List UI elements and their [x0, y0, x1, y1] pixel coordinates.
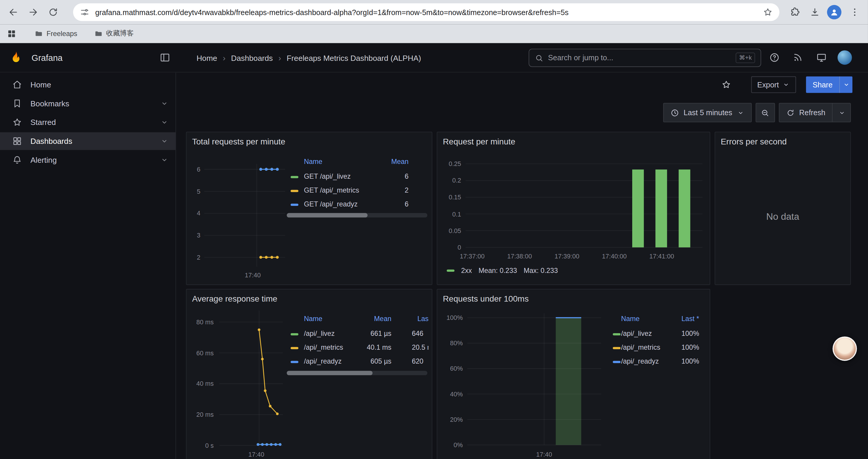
bookmark-star-icon[interactable]	[763, 7, 773, 17]
bell-icon	[12, 155, 22, 165]
panel-title[interactable]: Errors per second	[721, 137, 787, 146]
extensions-button[interactable]	[787, 4, 802, 20]
back-button[interactable]	[6, 4, 21, 20]
legend-swatch[interactable]	[291, 176, 299, 178]
legend-max: Max: 0.233	[524, 267, 558, 274]
share-menu-button[interactable]	[839, 76, 852, 93]
y-axis-label: 60%	[437, 365, 463, 372]
legend-value: 6	[331, 200, 408, 209]
legend-value: 100%	[622, 329, 699, 339]
zoom-out-icon	[761, 108, 770, 117]
legend-swatch[interactable]	[291, 204, 299, 206]
y-axis-label: 2	[186, 254, 200, 261]
x-axis-label: 17:40:00	[595, 252, 634, 260]
legend-swatch[interactable]	[291, 361, 299, 363]
browser-toolbar: grafana.mathmast.com/d/deytv4rwavabkb/fr…	[0, 0, 868, 24]
time-range-picker[interactable]: Last 5 minutes	[663, 103, 752, 123]
sidebar-item-label: Home	[30, 80, 169, 89]
favorite-star-icon[interactable]	[721, 80, 731, 90]
help-icon[interactable]	[769, 52, 780, 63]
panel-title[interactable]: Average response time	[192, 294, 277, 303]
search-input[interactable]	[548, 54, 731, 62]
export-button[interactable]: Export	[751, 76, 796, 93]
legend-swatch[interactable]	[291, 347, 299, 349]
legend-value: 661 µs	[314, 329, 391, 339]
bookmarks-bar: Freeleaps收藏博客	[0, 24, 868, 43]
star-icon	[12, 117, 22, 127]
breadcrumb-item[interactable]: Freeleaps Metrics Dashboard (ALPHA)	[286, 54, 421, 62]
legend-scrollbar-thumb[interactable]	[287, 371, 373, 375]
sidebar-item-alerting[interactable]: Alerting	[0, 151, 176, 169]
chevron-down-icon[interactable]	[160, 156, 169, 165]
y-axis-label: 4	[186, 209, 200, 217]
legend-header[interactable]: Mean	[314, 314, 391, 324]
url-bar[interactable]: grafana.mathmast.com/d/deytv4rwavabkb/fr…	[73, 3, 779, 21]
bookmark-item[interactable]: Freeleaps	[34, 29, 77, 38]
grafana-logo[interactable]	[9, 51, 23, 65]
sidebar-item-label: Dashboards	[30, 137, 152, 145]
downloads-button[interactable]	[807, 4, 823, 20]
panel-legend[interactable]: 2xx Mean: 0.233 Max: 0.233	[447, 267, 558, 274]
kiosk-monitor-icon[interactable]	[816, 52, 827, 63]
forward-button[interactable]	[25, 4, 41, 20]
share-button[interactable]: Share	[806, 76, 852, 93]
legend-series-name[interactable]: 2xx	[461, 267, 472, 274]
sidebar-item-home[interactable]: Home	[0, 76, 176, 94]
refresh-icon	[786, 108, 795, 117]
panel-title[interactable]: Request per minute	[443, 137, 515, 146]
legend-value: 100%	[622, 343, 699, 353]
y-axis-label: 0 s	[186, 441, 214, 449]
chevron-down-icon[interactable]	[160, 99, 169, 108]
chevron-down-icon[interactable]	[838, 109, 846, 117]
zoom-out-button[interactable]	[755, 103, 775, 123]
apps-icon	[12, 136, 22, 146]
site-settings-icon[interactable]	[80, 7, 90, 17]
share-label[interactable]: Share	[806, 76, 839, 93]
legend-swatch[interactable]	[613, 361, 620, 363]
legend-value: 646	[412, 329, 428, 339]
sidebar-item-dashboards[interactable]: Dashboards	[0, 132, 176, 150]
legend-swatch[interactable]	[291, 190, 299, 192]
legend-swatch[interactable]	[613, 333, 620, 335]
folder-icon	[34, 29, 43, 38]
chevron-down-icon[interactable]	[160, 137, 169, 145]
url-text[interactable]: grafana.mathmast.com/d/deytv4rwavabkb/fr…	[95, 8, 757, 16]
panel-title[interactable]: Requests under 100ms	[443, 294, 529, 303]
sidebar-item-starred[interactable]: Starred	[0, 113, 176, 131]
legend-swatch[interactable]	[613, 347, 620, 349]
browser-profile-avatar[interactable]	[827, 5, 841, 20]
breadcrumb-separator: ›	[223, 53, 225, 63]
breadcrumb-item[interactable]: Home	[196, 54, 217, 62]
sidebar-toggle-icon[interactable]	[159, 52, 170, 63]
sidebar-nav: HomeBookmarksStarredDashboardsAlerting	[0, 76, 176, 169]
legend-header[interactable]: Las	[417, 314, 429, 324]
panel-title[interactable]: Total requests per minute	[192, 137, 285, 146]
reload-button[interactable]	[45, 4, 61, 20]
floating-avatar[interactable]	[833, 336, 857, 361]
legend-scrollbar[interactable]	[287, 371, 428, 375]
legend-header[interactable]: Name	[304, 157, 322, 167]
legend-swatch[interactable]	[291, 333, 299, 335]
bookmark-item[interactable]: 收藏博客	[94, 29, 134, 38]
legend-value: 40.1 ms	[314, 343, 391, 353]
sidebar-item-bookmarks[interactable]: Bookmarks	[0, 95, 176, 112]
breadcrumb-item[interactable]: Dashboards	[231, 54, 273, 62]
legend-scrollbar-thumb[interactable]	[287, 213, 368, 218]
chevron-down-icon[interactable]	[160, 118, 169, 127]
legend-value: 6	[331, 172, 408, 182]
legend-value: 20.5 m	[412, 343, 428, 353]
x-axis-label: 17:40	[231, 271, 275, 279]
x-axis-label: 17:37:00	[453, 252, 492, 260]
legend-header[interactable]: Last *	[622, 314, 699, 324]
sidebar-item-label: Alerting	[30, 156, 152, 165]
refresh-button[interactable]: Refresh	[779, 103, 851, 123]
grafana-profile-avatar[interactable]	[838, 51, 852, 65]
apps-grid-icon[interactable]	[6, 28, 17, 38]
browser-menu-button[interactable]	[847, 4, 862, 20]
search-box[interactable]: ⌘+k	[529, 49, 761, 67]
x-axis-label: 17:40	[234, 451, 279, 458]
time-range-label: Last 5 minutes	[684, 108, 733, 117]
legend-scrollbar[interactable]	[287, 213, 428, 218]
news-rss-icon[interactable]	[792, 52, 803, 63]
legend-header[interactable]: Mean	[331, 157, 408, 167]
